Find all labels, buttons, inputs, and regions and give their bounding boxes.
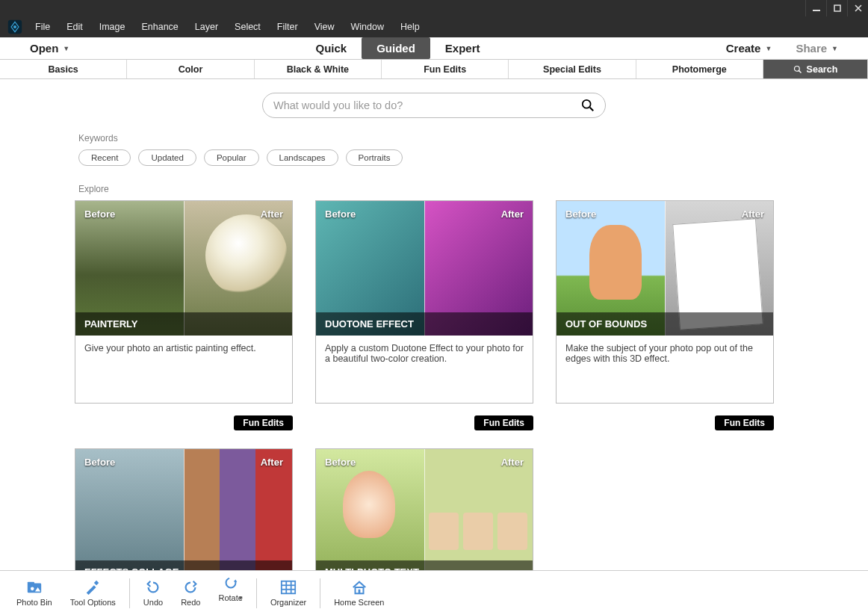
home-icon (351, 579, 368, 596)
redo-button[interactable]: Redo (173, 579, 208, 607)
tool-options-icon (84, 579, 101, 596)
before-label: Before (84, 457, 115, 468)
caret-down-icon: ▼ (831, 45, 838, 52)
menu-select[interactable]: Select (226, 16, 269, 37)
category-tab-row: Basics Color Black & White Fun Edits Spe… (0, 60, 868, 79)
menu-window[interactable]: Window (343, 16, 392, 37)
svg-rect-13 (282, 581, 295, 594)
menu-file[interactable]: File (27, 16, 58, 37)
svg-point-6 (583, 100, 591, 108)
category-tab-color[interactable]: Color (127, 60, 254, 78)
create-label: Create (726, 42, 761, 55)
search-input[interactable] (273, 99, 581, 111)
tool-options-button[interactable]: Tool Options (63, 579, 123, 607)
menu-enhance[interactable]: Enhance (133, 16, 186, 37)
category-tab-black-white[interactable]: Black & White (255, 60, 382, 78)
window-minimize-button[interactable] (805, 0, 826, 16)
menu-view[interactable]: View (306, 16, 343, 37)
create-button[interactable]: Create▼ (714, 38, 784, 58)
keyword-chip-recent[interactable]: Recent (78, 149, 131, 166)
search-tab-label: Search (807, 64, 838, 75)
open-label: Open (30, 42, 58, 55)
card-thumbnail: Before After PAINTERLY (75, 201, 292, 336)
redo-icon (182, 579, 199, 596)
card-multi-photo-text-wrap: Before After MULTI-PHOTO TEXT (315, 448, 533, 570)
category-tab-special-edits[interactable]: Special Edits (509, 60, 636, 78)
menu-edit[interactable]: Edit (58, 16, 91, 37)
open-button[interactable]: Open▼ (18, 38, 81, 58)
after-label: After (261, 208, 283, 220)
after-label: After (501, 457, 524, 468)
undo-icon (145, 579, 161, 596)
category-tab-photomerge[interactable]: Photomerge (636, 60, 763, 78)
main-scroll-area[interactable]: Keywords Recent Updated Popular Landscap… (0, 79, 868, 570)
category-tab-basics[interactable]: Basics (0, 60, 127, 78)
undo-button[interactable]: Undo (136, 579, 170, 607)
card-tag[interactable]: Fun Edits (715, 415, 774, 430)
menu-layer[interactable]: Layer (187, 16, 226, 37)
svg-rect-19 (358, 590, 360, 594)
share-button[interactable]: Share▼ (784, 38, 850, 58)
card-thumbnail: Before After EFFECTS COLLAGE (75, 449, 292, 570)
mode-tab-quick[interactable]: Quick (300, 37, 362, 59)
toolbar-separator (320, 578, 320, 608)
menu-image[interactable]: Image (91, 16, 134, 37)
card-painterly[interactable]: Before After PAINTERLY Give your photo a… (75, 200, 293, 404)
keyword-chip-popular[interactable]: Popular (204, 149, 259, 166)
svg-line-7 (590, 108, 594, 111)
after-label: After (501, 208, 524, 220)
svg-rect-0 (813, 10, 820, 11)
home-screen-button[interactable]: Home Screen (326, 579, 391, 607)
card-thumbnail: Before After MULTI-PHOTO TEXT (316, 449, 533, 570)
card-duotone-wrap: Before After DUOTONE EFFECT Apply a cust… (315, 200, 533, 426)
menu-bar: File Edit Image Enhance Layer Select Fil… (0, 16, 868, 37)
card-multi-photo-text[interactable]: Before After MULTI-PHOTO TEXT (315, 448, 533, 570)
action-bar: Open▼ Quick Guided Expert Create▼ Share▼ (0, 37, 868, 60)
card-description: Make the subject of your photo pop out o… (557, 336, 773, 403)
explore-heading: Explore (78, 184, 868, 194)
card-title: MULTI-PHOTO TEXT (316, 560, 533, 570)
category-tab-fun-edits[interactable]: Fun Edits (382, 60, 509, 78)
keyword-chip-portraits[interactable]: Portraits (346, 149, 403, 166)
after-label: After (742, 208, 764, 220)
before-label: Before (84, 208, 115, 220)
category-tab-search[interactable]: Search (763, 60, 868, 78)
keyword-row: Recent Updated Popular Landscapes Portra… (78, 149, 868, 166)
tool-options-label: Tool Options (70, 598, 116, 607)
rotate-icon (223, 575, 239, 591)
menu-filter[interactable]: Filter (269, 16, 306, 37)
svg-point-10 (31, 587, 34, 591)
organizer-icon (280, 579, 297, 596)
rotate-button[interactable]: Rotate ▾ (211, 575, 249, 612)
redo-label: Redo (181, 598, 200, 607)
organizer-button[interactable]: Organizer (263, 579, 314, 607)
keyword-chip-landscapes[interactable]: Landscapes (267, 149, 338, 166)
organizer-label: Organizer (270, 598, 306, 607)
app-icon (3, 18, 27, 36)
card-description: Apply a custom Duotone Effect to your ph… (316, 336, 533, 403)
card-out-of-bounds[interactable]: Before After OUT OF BOUNDS Make the subj… (556, 200, 774, 404)
before-after-divider (424, 449, 425, 570)
svg-line-5 (799, 70, 801, 72)
window-close-button[interactable] (847, 0, 868, 16)
toolbar-separator (256, 578, 257, 608)
svg-rect-11 (94, 581, 99, 585)
before-label: Before (325, 457, 356, 468)
menu-help[interactable]: Help (392, 16, 428, 37)
mode-tab-guided[interactable]: Guided (362, 37, 430, 59)
before-label: Before (565, 208, 596, 220)
svg-point-4 (794, 66, 799, 71)
photo-bin-button[interactable]: Photo Bin (9, 579, 60, 607)
card-tag[interactable]: Fun Edits (234, 415, 293, 430)
caret-down-icon: ▼ (765, 45, 772, 52)
card-tag[interactable]: Fun Edits (474, 415, 533, 430)
search-icon (793, 65, 802, 74)
keyword-chip-updated[interactable]: Updated (138, 149, 196, 166)
card-duotone[interactable]: Before After DUOTONE EFFECT Apply a cust… (315, 200, 533, 404)
caret-down-icon: ▼ (63, 45, 69, 52)
window-maximize-button[interactable] (826, 0, 847, 16)
card-thumbnail: Before After OUT OF BOUNDS (557, 201, 773, 336)
search-icon[interactable] (581, 99, 595, 112)
mode-tab-expert[interactable]: Expert (430, 37, 495, 59)
card-effects-collage[interactable]: Before After EFFECTS COLLAGE (75, 448, 293, 570)
